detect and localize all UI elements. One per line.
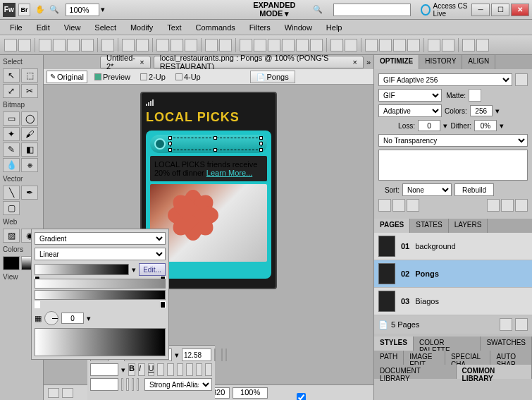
opt-add-icon[interactable] — [487, 199, 500, 212]
align-bottom-icon[interactable] — [310, 39, 323, 51]
bridge-button[interactable]: Br — [18, 4, 31, 16]
rect-tool[interactable]: ▢ — [3, 201, 20, 215]
format-select[interactable]: GIF — [378, 89, 442, 102]
menu-edit[interactable]: Edit — [31, 22, 56, 33]
trash-icon[interactable] — [515, 318, 528, 331]
tab-doclib[interactable]: DOCUMENT LIBRARY — [374, 365, 457, 379]
align-right-icon[interactable] — [268, 39, 280, 51]
tab-states[interactable]: STATES — [410, 219, 448, 233]
line-tool[interactable]: ╲ — [3, 186, 20, 200]
cs-live-button[interactable]: Access CS Live — [421, 2, 471, 18]
preset-icon[interactable]: ▦ — [35, 314, 42, 323]
menu-text[interactable]: Text — [161, 22, 187, 33]
color-ramp[interactable] — [35, 290, 166, 300]
close-tab-icon[interactable]: × — [352, 58, 357, 66]
opt-ico1[interactable] — [378, 199, 391, 212]
distribute-h-icon[interactable] — [330, 39, 343, 51]
tab-layers[interactable]: LAYERS — [449, 219, 488, 233]
baseline-icon[interactable] — [126, 378, 128, 391]
search-icon[interactable]: 🔍 — [312, 3, 323, 17]
fill-type-select[interactable]: Gradient — [35, 232, 166, 245]
backward-icon[interactable] — [407, 39, 420, 51]
back-icon[interactable] — [379, 39, 392, 51]
cut-icon[interactable] — [156, 39, 169, 51]
align-center-button[interactable] — [167, 363, 174, 376]
close-tab-icon[interactable]: × — [140, 58, 144, 66]
align-justify-button[interactable] — [186, 363, 193, 376]
gradient-swatch[interactable] — [35, 264, 129, 275]
search-input[interactable] — [333, 4, 411, 16]
new-page-icon[interactable] — [500, 318, 512, 331]
flip-h-icon[interactable] — [462, 39, 475, 51]
paste-icon[interactable] — [185, 39, 197, 51]
underline-button[interactable]: U — [148, 363, 155, 376]
tab-imageedit[interactable]: IMAGE EDIT — [404, 351, 445, 365]
stamp-tool[interactable]: ⎈ — [21, 158, 38, 172]
tab-styles[interactable]: STYLES — [374, 337, 414, 351]
opt-ico3[interactable] — [407, 199, 419, 212]
marquee-tool[interactable]: ▭ — [3, 111, 20, 126]
rotate-cw-icon[interactable] — [428, 39, 440, 51]
forward-icon[interactable] — [393, 39, 406, 51]
view-2up[interactable]: 2-Up — [137, 71, 168, 83]
undo-icon[interactable] — [122, 39, 135, 51]
page-item[interactable]: 01background — [374, 233, 532, 260]
prev-page-icon[interactable] — [62, 388, 73, 398]
dither-input[interactable] — [474, 120, 497, 131]
tab-swatches[interactable]: SWATCHES — [481, 337, 532, 351]
doc-tab-1[interactable]: Untitled-2*× — [100, 56, 151, 68]
page-item[interactable]: 02Pongs — [374, 260, 532, 288]
blur-tool[interactable]: 💧 — [3, 158, 20, 172]
align-left-button[interactable] — [157, 363, 164, 376]
copy-icon[interactable] — [171, 39, 183, 51]
zoom-icon[interactable]: 🔍 — [49, 3, 60, 17]
matte-swatch[interactable] — [469, 89, 481, 102]
flip-v-icon[interactable] — [476, 39, 489, 51]
italic-button[interactable]: I — [138, 363, 145, 376]
size-stepper-icon[interactable] — [214, 349, 216, 361]
para-icon[interactable] — [121, 378, 123, 391]
sort-select[interactable]: None — [402, 183, 452, 196]
preset-select[interactable]: GIF Adaptive 256 — [378, 73, 512, 86]
distribute-v-icon[interactable] — [345, 39, 357, 51]
revert-icon[interactable] — [53, 39, 66, 51]
tab-colorpalette[interactable]: COLOR PALETTE — [414, 337, 481, 351]
transparency-select[interactable]: No Transparency — [378, 134, 528, 147]
print-icon[interactable] — [101, 39, 114, 51]
pointer-tool[interactable]: ↖ — [3, 68, 20, 83]
tab-history[interactable]: HISTORY — [419, 55, 462, 69]
new-icon[interactable] — [4, 39, 17, 51]
minimize-button[interactable]: ─ — [471, 4, 490, 16]
menu-modify[interactable]: Modify — [125, 22, 159, 33]
outdent-button[interactable] — [205, 363, 212, 376]
tab-pages[interactable]: PAGES — [374, 219, 410, 233]
opacity-ramp[interactable] — [35, 279, 166, 289]
tracking[interactable] — [90, 363, 118, 376]
menu-commands[interactable]: Commands — [190, 22, 241, 33]
menu-view[interactable]: View — [58, 22, 87, 33]
close-button[interactable]: ✕ — [511, 4, 529, 16]
tab-specialchar[interactable]: SPECIAL CHA — [445, 351, 490, 365]
tab-autoshape[interactable]: AUTO SHAP — [490, 351, 532, 365]
export-icon[interactable] — [81, 39, 94, 51]
align-left-icon[interactable] — [240, 39, 252, 51]
ungroup-icon[interactable] — [219, 39, 232, 51]
zoom-input[interactable] — [66, 4, 99, 16]
align-right-button[interactable] — [177, 363, 184, 376]
slice-tool[interactable]: ▨ — [3, 229, 20, 243]
page-selector[interactable]: 📄 Pongs — [250, 71, 295, 83]
first-page-icon[interactable] — [48, 388, 59, 398]
open-icon[interactable] — [18, 39, 31, 51]
opacity-icon[interactable] — [225, 349, 227, 361]
tab-path[interactable]: PATH — [374, 351, 404, 365]
workspace-mode[interactable]: EXPANDED MODE ▾ — [239, 0, 309, 21]
indent-button[interactable] — [196, 363, 203, 376]
brush-tool[interactable]: 🖌 — [21, 127, 38, 141]
rotate-ccw-icon[interactable] — [442, 39, 454, 51]
palette-select[interactable]: Adaptive — [378, 104, 442, 117]
selection-box[interactable] — [170, 138, 261, 150]
doc-tab-2[interactable]: local_restaurants.png : Pongs @ 100% (PO… — [154, 56, 364, 68]
opt-trash-icon[interactable] — [515, 199, 528, 212]
lasso-tool[interactable]: ◯ — [21, 111, 38, 126]
canvas-zoom[interactable]: 100% — [233, 387, 268, 399]
